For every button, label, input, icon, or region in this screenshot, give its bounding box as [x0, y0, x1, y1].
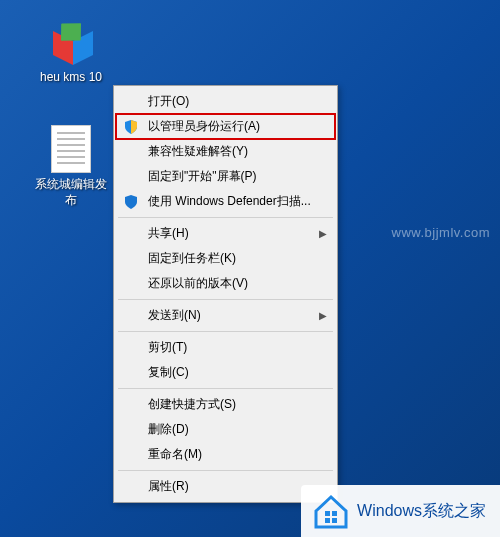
menu-label: 属性(R) — [148, 478, 189, 495]
desktop-icon-heukms[interactable]: heu kms 10 — [32, 18, 110, 86]
shield-icon — [122, 118, 140, 136]
menu-separator — [118, 470, 333, 471]
brand-text: Windows系统之家 — [357, 501, 486, 522]
menu-item-restore-previous[interactable]: 还原以前的版本(V) — [116, 271, 335, 296]
menu-separator — [118, 331, 333, 332]
menu-label: 删除(D) — [148, 421, 189, 438]
menu-item-pin-start[interactable]: 固定到"开始"屏幕(P) — [116, 164, 335, 189]
chevron-right-icon: ▶ — [319, 310, 327, 321]
menu-item-run-as-admin[interactable]: 以管理员身份运行(A) — [116, 114, 335, 139]
menu-label: 发送到(N) — [148, 307, 201, 324]
menu-separator — [118, 299, 333, 300]
menu-item-compat-troubleshoot[interactable]: 兼容性疑难解答(Y) — [116, 139, 335, 164]
watermark-brand: Windows系统之家 — [301, 485, 500, 537]
svg-rect-1 — [332, 511, 337, 516]
menu-item-copy[interactable]: 复制(C) — [116, 360, 335, 385]
menu-item-rename[interactable]: 重命名(M) — [116, 442, 335, 467]
watermark-url: www.bjjmlv.com — [392, 225, 491, 240]
cube-icon — [47, 18, 95, 66]
defender-icon — [122, 193, 140, 211]
menu-label: 以管理员身份运行(A) — [148, 118, 260, 135]
menu-separator — [118, 388, 333, 389]
menu-item-cut[interactable]: 剪切(T) — [116, 335, 335, 360]
menu-item-defender-scan[interactable]: 使用 Windows Defender扫描... — [116, 189, 335, 214]
icon-label: 系统城编辑发布 — [32, 177, 110, 208]
menu-separator — [118, 217, 333, 218]
context-menu: 打开(O) 以管理员身份运行(A) 兼容性疑难解答(Y) 固定到"开始"屏幕(P… — [113, 85, 338, 503]
menu-label: 固定到"开始"屏幕(P) — [148, 168, 257, 185]
menu-label: 重命名(M) — [148, 446, 202, 463]
menu-label: 还原以前的版本(V) — [148, 275, 248, 292]
menu-item-open[interactable]: 打开(O) — [116, 89, 335, 114]
menu-label: 打开(O) — [148, 93, 189, 110]
document-icon — [47, 125, 95, 173]
menu-label: 剪切(T) — [148, 339, 187, 356]
house-icon — [311, 491, 351, 531]
desktop: heu kms 10 系统城编辑发布 打开(O) 以管理员身份运行(A) 兼容性… — [0, 0, 500, 537]
menu-label: 固定到任务栏(K) — [148, 250, 236, 267]
menu-label: 共享(H) — [148, 225, 189, 242]
menu-label: 兼容性疑难解答(Y) — [148, 143, 248, 160]
menu-item-share[interactable]: 共享(H) ▶ — [116, 221, 335, 246]
svg-rect-0 — [325, 511, 330, 516]
menu-label: 使用 Windows Defender扫描... — [148, 193, 311, 210]
desktop-icon-doc[interactable]: 系统城编辑发布 — [32, 125, 110, 208]
menu-item-send-to[interactable]: 发送到(N) ▶ — [116, 303, 335, 328]
chevron-right-icon: ▶ — [319, 228, 327, 239]
svg-rect-2 — [325, 518, 330, 523]
menu-item-delete[interactable]: 删除(D) — [116, 417, 335, 442]
menu-label: 复制(C) — [148, 364, 189, 381]
menu-item-create-shortcut[interactable]: 创建快捷方式(S) — [116, 392, 335, 417]
menu-item-pin-taskbar[interactable]: 固定到任务栏(K) — [116, 246, 335, 271]
icon-label: heu kms 10 — [32, 70, 110, 86]
menu-label: 创建快捷方式(S) — [148, 396, 236, 413]
svg-rect-3 — [332, 518, 337, 523]
